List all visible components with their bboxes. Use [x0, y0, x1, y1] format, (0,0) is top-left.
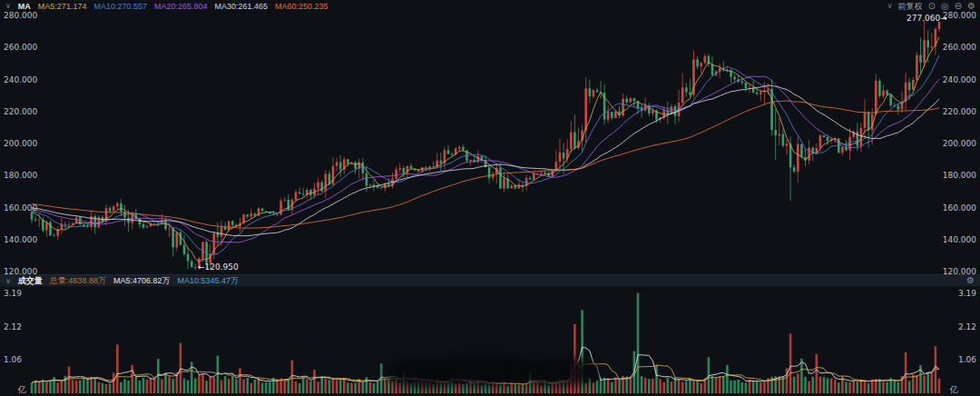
- ma-indicator-toggle[interactable]: MA: [18, 1, 31, 12]
- volume-settings-gear-icon[interactable]: ⚙: [966, 275, 975, 285]
- volume-unit-label: 亿: [18, 384, 26, 396]
- volume-legend-item[interactable]: 总量:4838.88万: [50, 275, 106, 286]
- chevron-down-icon[interactable]: ∨: [5, 277, 11, 285]
- adjust-mode-selector[interactable]: 前复权: [898, 1, 923, 12]
- chevron-down-icon[interactable]: ∨: [5, 1, 11, 12]
- volume-legend-item[interactable]: MA5:4706.82万: [113, 275, 171, 286]
- target-icon[interactable]: ◎: [941, 1, 949, 12]
- ma-legend: MA5:271.174MA10:270.557MA20:265.804MA30:…: [38, 1, 328, 12]
- chevron-down-icon[interactable]: ∨: [887, 1, 893, 12]
- volume-legend-item[interactable]: MA10:5345.47万: [177, 275, 239, 286]
- ma-legend-item[interactable]: MA20:265.804: [154, 1, 208, 12]
- chart-toolbar: ∨ 前复权 ⊙ ◎ ⊖ ⚙: [887, 1, 975, 12]
- price-panel-header: ∨ MA MA5:271.174MA10:270.557MA20:265.804…: [5, 1, 328, 12]
- kline-chart-canvas[interactable]: [0, 0, 980, 396]
- trading-chart-window: 280.000260.000240.000220.000200.000180.0…: [0, 0, 980, 396]
- volume-panel-header: ∨ 成交量 总量:4838.88万MA5:4706.82万MA10:5345.4…: [0, 274, 980, 287]
- ma-legend-item[interactable]: MA5:271.174: [38, 1, 87, 12]
- volume-unit-label: 亿: [950, 384, 958, 396]
- collapse-icon[interactable]: ⊖: [955, 1, 962, 12]
- volume-legend: 总量:4838.88万MA5:4706.82万MA10:5345.47万: [50, 275, 239, 286]
- ma-legend-item[interactable]: MA60:250.235: [275, 1, 328, 12]
- volume-panel-title[interactable]: 成交量: [18, 275, 43, 287]
- camera-icon[interactable]: ⊙: [928, 1, 936, 12]
- ma-legend-item[interactable]: MA10:270.557: [93, 1, 147, 12]
- ma-legend-item[interactable]: MA30:261.465: [215, 1, 269, 12]
- settings-gear-icon[interactable]: ⚙: [967, 1, 975, 12]
